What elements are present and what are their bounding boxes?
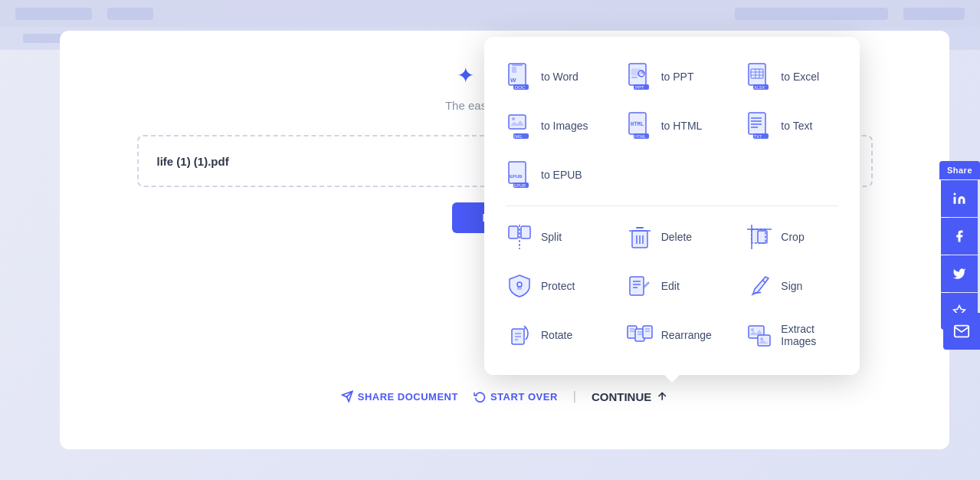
start-over-button[interactable]: START OVER <box>474 390 558 403</box>
twitter-share-button[interactable] <box>941 255 978 292</box>
menu-empty-cell <box>612 150 733 199</box>
rearrange-label: Rearrange <box>661 329 712 341</box>
svg-rect-50 <box>509 226 518 238</box>
svg-rect-85 <box>758 335 770 346</box>
menu-item-to-excel[interactable]: XLSX to Excel <box>732 52 852 101</box>
html-icon: HTML HTML <box>626 112 654 140</box>
continue-arrow-icon <box>656 390 668 403</box>
action-separator: | <box>573 390 576 403</box>
menu-item-edit[interactable]: Edit <box>612 261 733 311</box>
delete-icon <box>626 223 654 251</box>
crop-icon <box>746 223 773 251</box>
to-ppt-label: to PPT <box>661 71 694 83</box>
menu-item-to-epub[interactable]: EPUB EPUB to EPUB <box>492 150 612 199</box>
to-excel-label: to Excel <box>781 71 819 83</box>
extract-icon <box>746 321 773 349</box>
svg-text:IMG: IMG <box>514 134 522 139</box>
bg-shape <box>903 8 965 20</box>
edit-label: Edit <box>661 280 680 292</box>
menu-item-extract-images[interactable]: Extract Images <box>732 311 852 360</box>
svg-point-84 <box>751 328 754 331</box>
protect-label: Protect <box>541 280 575 292</box>
svg-text:DOC: DOC <box>515 85 526 90</box>
menu-item-split[interactable]: Split <box>492 212 612 261</box>
svg-text:HTML: HTML <box>631 121 644 127</box>
svg-rect-19 <box>631 77 637 78</box>
bottom-actions: SHARE DOCUMENT START OVER | CONTINUE <box>341 390 669 403</box>
svg-text:HTML: HTML <box>634 134 646 139</box>
menu-item-rearrange[interactable]: Rearrange <box>612 311 733 360</box>
logo-icon: ✦ <box>457 63 474 88</box>
menu-item-to-html[interactable]: HTML HTML to HTML <box>612 101 733 150</box>
linkedin-share-button[interactable] <box>941 180 978 217</box>
convert-section: W DOC to Word PPT to PPT <box>492 52 852 199</box>
svg-rect-12 <box>512 67 516 73</box>
facebook-share-button[interactable] <box>941 218 978 255</box>
menu-item-delete[interactable]: Delete <box>612 212 733 261</box>
to-epub-label: to EPUB <box>541 169 582 181</box>
protect-icon <box>506 272 533 300</box>
word-icon: W DOC <box>506 63 533 90</box>
menu-item-to-text[interactable]: TXT to Text <box>732 101 852 150</box>
email-icon <box>953 323 970 340</box>
menu-item-protect[interactable]: Protect <box>492 261 612 311</box>
menu-item-sign[interactable]: Sign <box>732 261 852 311</box>
sign-icon <box>746 272 773 300</box>
text-icon: TXT <box>746 112 773 140</box>
bg-shape <box>735 8 888 20</box>
menu-empty-cell <box>732 150 852 199</box>
to-html-label: to HTML <box>661 120 703 132</box>
svg-text:EPUB: EPUB <box>510 174 523 179</box>
dropdown-arrow <box>664 375 680 383</box>
svg-rect-76 <box>643 326 652 338</box>
rearrange-icon <box>626 321 654 349</box>
images-icon: IMG <box>506 112 533 140</box>
continue-button[interactable]: CONTINUE <box>592 390 668 403</box>
to-images-label: to Images <box>541 120 588 132</box>
menu-item-to-ppt[interactable]: PPT to PPT <box>612 52 733 101</box>
svg-rect-65 <box>630 277 644 295</box>
linkedin-icon <box>952 192 966 205</box>
twitter-icon <box>952 267 966 281</box>
svg-rect-13 <box>512 64 523 66</box>
to-word-label: to Word <box>541 71 578 83</box>
email-button[interactable] <box>943 313 980 350</box>
bg-shape <box>15 8 92 20</box>
rotate-label: Rotate <box>541 329 572 341</box>
svg-rect-64 <box>517 286 522 290</box>
rotate-icon <box>506 321 533 349</box>
svg-point-9 <box>954 193 956 196</box>
tools-section: Split Delete <box>492 212 852 360</box>
excel-icon: XLSX <box>746 63 773 90</box>
svg-text:W: W <box>510 77 516 84</box>
svg-rect-51 <box>521 226 530 238</box>
svg-rect-8 <box>954 197 956 204</box>
svg-rect-31 <box>509 115 526 129</box>
facebook-icon <box>952 229 966 243</box>
crop-label: Crop <box>781 231 804 243</box>
svg-rect-46 <box>509 162 526 183</box>
svg-text:EPUB: EPUB <box>514 183 526 188</box>
svg-rect-39 <box>749 113 765 134</box>
menu-item-to-word[interactable]: W DOC to Word <box>492 52 612 101</box>
menu-item-rotate[interactable]: Rotate <box>492 311 612 360</box>
dropdown-menu: W DOC to Word PPT to PPT <box>484 37 860 375</box>
bg-shape <box>107 8 153 20</box>
start-over-icon <box>474 390 486 403</box>
share-label: Share <box>939 161 980 179</box>
split-label: Split <box>541 231 562 243</box>
share-sidebar: Share <box>939 161 980 330</box>
to-text-label: to Text <box>781 120 812 132</box>
menu-divider <box>506 205 838 206</box>
delete-label: Delete <box>661 231 692 243</box>
share-doc-icon <box>341 390 353 403</box>
svg-text:TXT: TXT <box>754 134 762 139</box>
sign-label: Sign <box>781 280 802 292</box>
menu-item-to-images[interactable]: IMG to Images <box>492 101 612 150</box>
edit-icon <box>626 272 654 300</box>
bg-top-bar <box>0 0 980 27</box>
share-document-button[interactable]: SHARE DOCUMENT <box>341 390 458 403</box>
split-icon <box>506 223 533 251</box>
extract-images-label: Extract Images <box>781 323 838 347</box>
menu-item-crop[interactable]: Crop <box>732 212 852 261</box>
